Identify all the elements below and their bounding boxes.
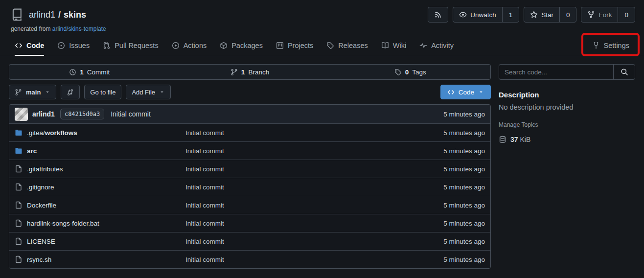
file-row: LICENSE Initial commit 5 minutes ago [9,232,490,250]
file-row: .gitea/workflows Initial commit 5 minute… [9,123,490,141]
git-branch-icon [230,69,238,76]
file-commit-message[interactable]: Initial commit [185,129,443,137]
file-icon [15,219,23,227]
file-commit-message[interactable]: Initial commit [185,238,443,245]
commit-date: 5 minutes ago [443,111,485,118]
file-icon [15,237,23,245]
search-button[interactable] [613,65,635,79]
compare-button[interactable] [61,85,80,99]
eye-icon [459,11,467,19]
star-button[interactable]: Star [524,7,559,22]
tab-actions[interactable]: Actions [172,36,207,56]
tags-stat[interactable]: 0Tags [330,69,490,76]
file-commit-message[interactable]: Initial commit [185,220,443,227]
commit-author-link[interactable]: arlind1 [32,110,55,118]
repo-size: 37 KiB [499,136,635,143]
pulse-icon [419,42,427,49]
tab-settings[interactable]: Settings [592,36,629,56]
description-text: No description provided [499,103,635,111]
file-name-link[interactable]: rsync.sh [15,255,185,263]
commits-stat[interactable]: 1Commit [9,69,170,76]
repo-title: arlind1 / skins [11,8,86,21]
file-date: 5 minutes ago [443,202,485,209]
code-search-box [499,64,635,80]
file-commit-message[interactable]: Initial commit [185,147,443,155]
watchers-count[interactable]: 1 [502,7,519,22]
unwatch-label: Unwatch [470,11,496,19]
tab-activity[interactable]: Activity [419,36,454,56]
repo-header: arlind1 / skins [0,0,644,33]
tag-icon [394,69,402,76]
repo-sidebar: Description No description provided Mana… [499,64,635,269]
tab-code[interactable]: Code [15,36,44,56]
file-name-link[interactable]: .gitea/workflows [15,129,185,137]
repo-separator: / [58,10,61,20]
tag-icon [326,42,334,49]
file-commit-message[interactable]: Initial commit [185,165,443,173]
repo-stats-bar: 1Commit 1Branch 0Tags [9,64,491,80]
repo-action-buttons: Unwatch 1 Star 0 [428,7,635,23]
repo-size-value: 37 [510,136,518,143]
code-download-button[interactable]: Code [440,85,491,99]
manage-topics-link[interactable]: Manage Topics [499,121,635,128]
go-to-file-button[interactable]: Go to file [84,85,121,99]
book-open-icon [381,42,389,49]
package-icon [220,42,228,49]
file-date: 5 minutes ago [443,129,485,137]
file-commit-message[interactable]: Initial commit [185,256,443,263]
file-commit-message[interactable]: Initial commit [185,184,443,191]
file-name-link[interactable]: .gitattributes [15,165,185,173]
stars-count[interactable]: 0 [559,7,576,22]
commit-hash-link[interactable]: c84215d0a3 [60,109,104,119]
file-row: .gitattributes Initial commit 5 minutes … [9,160,490,178]
tab-releases[interactable]: Releases [326,36,368,56]
branch-selector[interactable]: main [9,85,56,99]
star-icon [530,11,538,19]
folder-icon [15,129,23,137]
file-listing: arlind1 c84215d0a3 Initial commit 5 minu… [9,104,491,269]
file-icon [15,183,23,191]
generated-from-label: generated from [11,25,50,32]
file-name-link[interactable]: LICENSE [15,237,185,245]
unwatch-button[interactable]: Unwatch [453,7,502,22]
repo-name-link[interactable]: skins [64,10,86,20]
file-name-link[interactable]: .gitignore [15,183,185,191]
chevron-down-icon [159,89,165,95]
commit-message-link[interactable]: Initial commit [111,110,151,118]
watch-button-group: Unwatch 1 [453,7,519,23]
git-pull-request-icon [103,42,111,49]
file-row: .gitignore Initial commit 5 minutes ago [9,178,490,196]
folder-icon [15,147,23,155]
description-heading: Description [499,91,635,99]
file-icon [15,201,23,209]
chevron-down-icon [478,89,484,95]
file-date: 5 minutes ago [443,165,485,173]
branches-stat[interactable]: 1Branch [170,69,330,76]
avatar[interactable] [15,108,28,121]
tab-issues[interactable]: Issues [57,36,90,56]
repo-owner-link[interactable]: arlind1 [29,10,55,20]
add-file-button[interactable]: Add File [126,85,171,99]
tab-wiki[interactable]: Wiki [381,36,406,56]
tab-pull-requests[interactable]: Pull Requests [103,36,158,56]
rss-button[interactable] [428,7,448,23]
search-icon [621,68,628,76]
star-label: Star [541,11,553,19]
template-repo-link[interactable]: arlind/skins-template [52,25,106,32]
tab-projects[interactable]: Projects [276,36,313,56]
forks-count[interactable]: 0 [618,7,635,22]
tab-packages[interactable]: Packages [220,36,263,56]
file-icon [15,255,23,263]
rss-icon [428,7,448,22]
file-commit-message[interactable]: Initial commit [185,202,443,209]
code-icon [447,89,455,96]
search-input[interactable] [499,65,613,79]
file-name-link[interactable]: src [15,147,185,155]
file-date: 5 minutes ago [443,256,485,263]
file-name-link[interactable]: Dockerfile [15,201,185,209]
git-compare-icon [67,89,74,96]
play-circle-icon [172,42,180,49]
file-name-link[interactable]: hardlink-songs-folder.bat [15,219,185,227]
go-to-file-label: Go to file [90,89,115,96]
fork-button[interactable]: Fork [581,7,618,22]
